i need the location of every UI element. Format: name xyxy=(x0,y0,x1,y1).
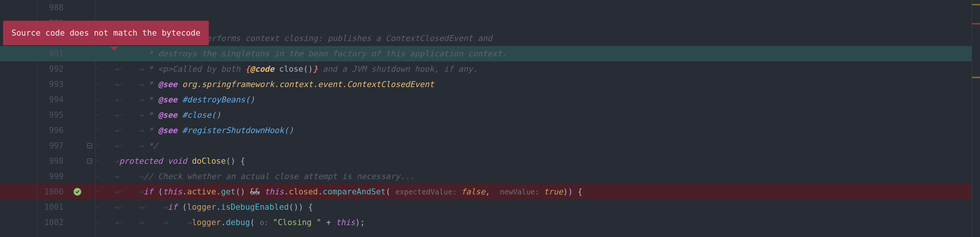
token xyxy=(177,95,182,104)
token: logger xyxy=(192,218,221,227)
code-line[interactable]: 994· ⇥· ⇥ * @see #destroyBeans() xyxy=(0,92,980,107)
token: , xyxy=(485,187,500,196)
token: get xyxy=(221,187,236,196)
token: expectedValue: xyxy=(395,188,461,196)
token: debug xyxy=(226,218,250,227)
code-line[interactable]: 1001· ⇥· ⇥· ⇥if (logger.isDebugEnabled()… xyxy=(0,199,980,215)
code-line[interactable]: 998· ⇥protected void doClose() { xyxy=(0,153,980,169)
token: #close() xyxy=(182,110,221,120)
code-text[interactable]: · ⇥protected void doClose() { xyxy=(95,153,980,169)
inspection-tooltip: Source code does not match the bytecode xyxy=(3,21,209,45)
fold-gutter[interactable] xyxy=(84,143,95,148)
token xyxy=(187,156,192,166)
token xyxy=(177,110,182,120)
code-text[interactable]: · ⇥· ⇥ */ xyxy=(95,138,980,153)
token: o: xyxy=(260,218,273,227)
token: <p>Called by both xyxy=(158,64,245,74)
code-text[interactable]: · ⇥· ⇥ * destroys the singletons in the … xyxy=(95,46,980,61)
code-text[interactable]: · ⇥· ⇥· ⇥· ⇥logger.debug( o: "Closing " … xyxy=(95,215,980,230)
tooltip-text: Source code does not match the bytecode xyxy=(11,28,200,38)
token: doClose xyxy=(192,156,226,166)
line-number: 1000 xyxy=(37,184,70,199)
token: active xyxy=(187,187,216,196)
line-number: 994 xyxy=(37,92,70,107)
code-text[interactable]: · ⇥· ⇥ * @see #destroyBeans() xyxy=(95,92,980,107)
token: if xyxy=(168,202,177,212)
token: this xyxy=(336,218,356,227)
token xyxy=(163,156,168,166)
token xyxy=(177,80,182,89)
token: () { xyxy=(226,156,245,166)
token: compareAndSet xyxy=(323,187,385,196)
code-line[interactable]: 996· ⇥· ⇥ * @see #registerShutdownHook() xyxy=(0,123,980,138)
token: newValue: xyxy=(500,188,544,196)
code-text[interactable]: · ⇥· ⇥ * @see #registerShutdownHook() xyxy=(95,123,980,138)
code-line[interactable]: 1002· ⇥· ⇥· ⇥· ⇥logger.debug( o: "Closin… xyxy=(0,215,980,230)
token: // Check whether an actual close attempt… xyxy=(143,172,415,181)
token: this xyxy=(163,187,182,196)
token: + xyxy=(321,218,336,227)
code-text[interactable]: · ⇥· ⇥// Check whether an actual close a… xyxy=(95,169,980,184)
code-text[interactable]: · ⇥· ⇥ * @see #close() xyxy=(95,107,980,123)
code-text[interactable]: · ⇥· ⇥· ⇥if (logger.isDebugEnabled()) { xyxy=(95,199,980,215)
token: #registerShutdownHook() xyxy=(182,126,294,135)
token: ( xyxy=(386,187,395,196)
token: @code xyxy=(250,64,274,74)
token: "Closing " xyxy=(273,218,321,227)
code-line[interactable]: 992· ⇥· ⇥ * <p>Called by both {@code clo… xyxy=(0,61,980,77)
line-number: 1002 xyxy=(37,215,70,230)
token: @see xyxy=(158,110,177,120)
token xyxy=(177,126,182,135)
fold-collapse-icon[interactable] xyxy=(87,158,92,164)
token: @see xyxy=(158,80,177,89)
breakpoint-gutter[interactable] xyxy=(70,188,84,196)
token: @see xyxy=(158,126,177,135)
token: * xyxy=(143,64,158,74)
scrollbar-marker[interactable] xyxy=(972,4,980,5)
token: org.springframework.context.event.Contex… xyxy=(182,80,434,89)
fold-collapse-icon[interactable] xyxy=(87,143,92,148)
fold-gutter[interactable] xyxy=(84,158,95,164)
token: ( xyxy=(153,187,163,196)
scrollbar-marker[interactable] xyxy=(972,77,980,78)
code-line[interactable]: 993· ⇥· ⇥ * @see org.springframework.con… xyxy=(0,77,980,92)
line-number: 997 xyxy=(37,138,70,153)
code-line[interactable]: 988 xyxy=(0,0,980,15)
token: @see xyxy=(158,95,177,104)
editor-scrollbar[interactable] xyxy=(972,0,980,237)
token: ()) { xyxy=(289,202,313,212)
code-text[interactable]: · ⇥· ⇥ * Actually performs context closi… xyxy=(95,31,980,46)
token: destroys the singletons in the bean fact… xyxy=(158,49,506,58)
token: protected xyxy=(119,156,163,166)
token: { xyxy=(245,64,250,74)
code-line[interactable]: 995· ⇥· ⇥ * @see #close() xyxy=(0,107,980,123)
code-line[interactable]: 997· ⇥· ⇥ */ xyxy=(0,138,980,153)
code-editor[interactable]: 988989990· ⇥· ⇥ * Actually performs cont… xyxy=(0,0,980,237)
token: } xyxy=(313,64,318,74)
breakpoint-verified-icon xyxy=(74,188,81,196)
token: if xyxy=(143,187,153,196)
token: logger xyxy=(187,202,216,212)
token: && xyxy=(250,187,260,196)
code-text[interactable]: · ⇥· ⇥ * <p>Called by both {@code close(… xyxy=(95,61,980,77)
line-number: 998 xyxy=(37,153,70,169)
token: true xyxy=(544,187,563,196)
line-number: 995 xyxy=(37,107,70,123)
code-line[interactable]: 1000· ⇥· ⇥if (this.active.get() && this.… xyxy=(0,184,980,199)
scrollbar-marker[interactable] xyxy=(972,23,980,25)
token: ( xyxy=(250,218,260,227)
line-number: 999 xyxy=(37,169,70,184)
code-line[interactable]: 991· ⇥· ⇥ * destroys the singletons in t… xyxy=(0,46,980,61)
code-text[interactable]: · ⇥· ⇥ * @see org.springframework.contex… xyxy=(95,77,980,92)
code-line[interactable]: 999· ⇥· ⇥// Check whether an actual clos… xyxy=(0,169,980,184)
token: false xyxy=(461,187,485,196)
token: * xyxy=(143,49,158,58)
token: * xyxy=(143,126,158,135)
code-text[interactable]: · ⇥· ⇥if (this.active.get() && this.clos… xyxy=(95,184,980,199)
token: . xyxy=(182,187,187,196)
line-number: 992 xyxy=(37,61,70,77)
token: . xyxy=(216,202,221,212)
token: . xyxy=(221,218,226,227)
token: this xyxy=(265,187,284,196)
token: #destroyBeans() xyxy=(182,95,255,104)
